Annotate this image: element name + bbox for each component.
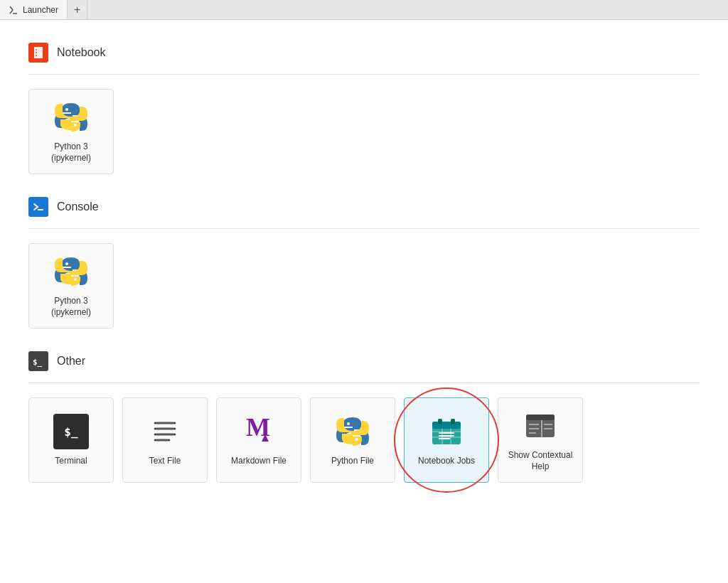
python-file-icon — [334, 413, 371, 450]
markdown-file-label: Markdown File — [231, 456, 287, 467]
terminal-card[interactable]: $_ Terminal — [28, 397, 114, 483]
contextual-help-card[interactable]: Show Contextual Help — [498, 397, 583, 483]
tab-bar: Launcher + — [0, 0, 728, 20]
svg-rect-27 — [451, 419, 455, 424]
markdown-file-icon: M — [240, 413, 277, 450]
notebook-jobs-label: Notebook Jobs — [418, 456, 475, 467]
terminal-label: Terminal — [55, 456, 87, 467]
svg-rect-26 — [438, 419, 442, 424]
python-console-icon — [53, 253, 90, 290]
notebook-section-title: Notebook — [57, 46, 106, 59]
notebook-jobs-wrapper: Notebook Jobs — [404, 397, 489, 483]
contextual-help-label: Show Contextual Help — [498, 450, 582, 472]
other-section-header: $_ Other — [28, 351, 700, 371]
python-file-card[interactable]: Python File — [310, 397, 395, 483]
text-file-card[interactable]: Text File — [122, 397, 208, 483]
python-file-label: Python File — [331, 456, 374, 467]
notebook-jobs-icon — [428, 413, 465, 450]
launcher-icon — [9, 5, 18, 15]
notebook-jobs-card[interactable]: Notebook Jobs — [404, 397, 489, 483]
launcher-tab[interactable]: Launcher — [0, 0, 68, 19]
svg-rect-18 — [432, 422, 461, 429]
python3-console-card[interactable]: Python 3(ipykernel) — [28, 243, 114, 328]
svg-point-6 — [65, 262, 68, 265]
svg-point-4 — [74, 124, 77, 127]
other-section-icon: $_ — [28, 351, 48, 371]
svg-text:$_: $_ — [33, 358, 43, 367]
notebook-section-header: Notebook — [28, 43, 700, 63]
console-section-title: Console — [57, 200, 99, 213]
svg-point-7 — [74, 278, 77, 281]
svg-rect-29 — [526, 414, 555, 420]
python3-notebook-card[interactable]: Python 3(ipykernel) — [28, 89, 114, 174]
notebook-divider — [28, 74, 700, 75]
terminal-icon: $_ — [53, 413, 90, 450]
text-file-icon — [146, 413, 183, 450]
other-section-title: Other — [57, 355, 85, 368]
text-file-label: Text File — [149, 456, 181, 467]
svg-point-15 — [347, 422, 350, 425]
notebook-cards: Python 3(ipykernel) — [28, 89, 700, 174]
console-cards: Python 3(ipykernel) — [28, 243, 700, 328]
new-tab-button[interactable]: + — [68, 0, 87, 19]
console-section-icon — [28, 197, 48, 217]
python-notebook-icon — [53, 99, 90, 136]
console-section-header: Console — [28, 197, 700, 217]
launcher-content: Notebook Python 3(ipykernel) — [0, 20, 728, 583]
other-cards: $_ Terminal Text File — [28, 397, 700, 483]
python3-notebook-label: Python 3(ipykernel) — [51, 141, 91, 164]
markdown-file-card[interactable]: M Markdown File — [216, 397, 301, 483]
console-divider — [28, 228, 700, 229]
notebook-section-icon — [28, 43, 48, 63]
contextual-help-icon — [522, 407, 559, 444]
svg-point-3 — [65, 108, 68, 111]
svg-point-16 — [355, 438, 358, 441]
launcher-tab-label: Launcher — [23, 5, 58, 15]
python3-console-label: Python 3(ipykernel) — [51, 296, 91, 318]
other-divider — [28, 383, 700, 383]
